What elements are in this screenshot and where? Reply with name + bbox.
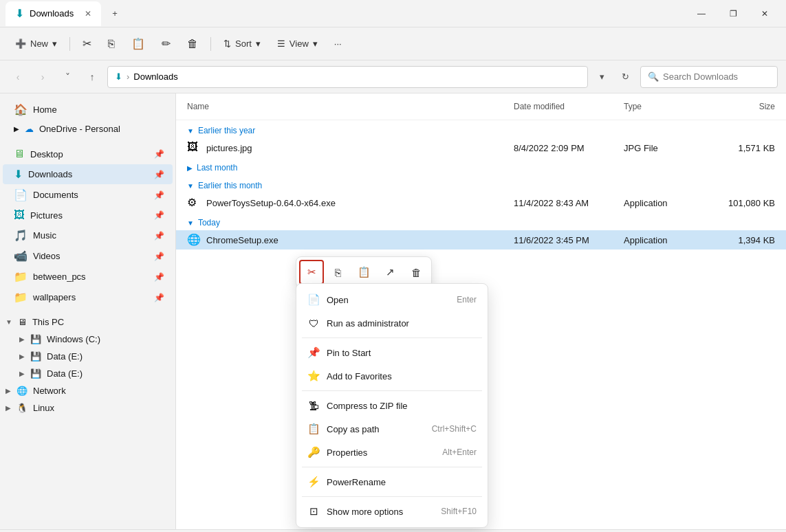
ctx-copy-button[interactable]: ⎘ [325, 260, 350, 285]
exe-file-icon: ⚙ [187, 196, 201, 210]
section-today[interactable]: ▼ Today [176, 212, 786, 230]
col-name-header[interactable]: Name [187, 99, 514, 114]
sidebar-item-data-e2[interactable]: ▶ 💾 Data (E:) [0, 365, 175, 382]
more-button[interactable]: ··· [327, 34, 349, 53]
context-menu: 📄 Open Enter 🛡 Run as administrator 📌 Pi… [296, 283, 488, 528]
ctx-share-button[interactable]: ↗ [378, 260, 402, 285]
table-row[interactable]: ⚙ PowerToysSetup-0.64.0-x64.exe 11/4/202… [176, 193, 786, 212]
file-date-powertoys: 11/4/2022 8:43 AM [514, 198, 624, 208]
section-earlier-year[interactable]: ▼ Earlier this year [176, 120, 786, 138]
sidebar-item-music[interactable]: 🎵 Music 📌 [3, 225, 173, 245]
data-e1-expand-icon: ▶ [19, 353, 25, 360]
sidebar-pictures-label: Pictures [30, 210, 63, 221]
status-bar: 9 items 1 item selected 1.36 MB ☰ ⊞ [0, 529, 786, 532]
sidebar-item-videos[interactable]: 📹 Videos 📌 [3, 246, 173, 266]
up-button[interactable]: ↑ [83, 67, 102, 87]
sidebar-item-data-e1[interactable]: ▶ 💾 Data (E:) [0, 348, 175, 365]
ctx-paste-button[interactable]: 📋 [351, 260, 376, 285]
sidebar-music-label: Music [33, 230, 56, 241]
file-date-pictures: 8/4/2022 2:09 PM [514, 143, 624, 153]
ctx-run-admin[interactable]: 🛡 Run as administrator [296, 311, 488, 335]
sidebar-item-pictures[interactable]: 🖼 Pictures 📌 [3, 206, 173, 225]
ctx-properties[interactable]: 🔑 Properties Alt+Enter [296, 441, 488, 464]
table-row[interactable]: 🖼 pictures.jpg 8/4/2022 2:09 PM JPG File… [176, 138, 786, 157]
downloads-tab-icon: ⬇ [15, 7, 24, 20]
expand-nav-button[interactable]: ˅ [58, 67, 77, 87]
new-button[interactable]: ➕ New ▾ [8, 34, 64, 53]
search-box[interactable]: 🔍 [640, 66, 778, 88]
new-tab-button[interactable]: + [107, 5, 123, 21]
ctx-copy-path-shortcut: Ctrl+Shift+C [432, 424, 477, 434]
sidebar-item-downloads[interactable]: ⬇ Downloads 📌 [3, 164, 173, 184]
ctx-open-label: Open [327, 295, 450, 305]
sidebar-item-onedrive[interactable]: ▶ ☁ OneDrive - Personal [3, 120, 173, 137]
pictures-pin-icon: 📌 [154, 210, 164, 220]
cut-button[interactable]: ✂ [76, 33, 98, 54]
copy-button[interactable]: ⎘ [101, 34, 122, 54]
search-input[interactable] [663, 71, 770, 82]
home-icon: 🏠 [14, 103, 28, 116]
sidebar-item-wallpapers[interactable]: 📁 wallpapers 📌 [3, 287, 173, 307]
ctx-cut-button[interactable]: ✂ [299, 260, 324, 285]
ctx-open[interactable]: 📄 Open Enter [296, 288, 488, 311]
sidebar-item-network[interactable]: ▶ 🌐 Network [0, 382, 175, 399]
address-dropdown-button[interactable]: ▾ [593, 66, 610, 88]
address-path[interactable]: ⬇ › Downloads [107, 66, 588, 88]
sidebar-item-home[interactable]: 🏠 Home [3, 100, 173, 120]
minimize-button[interactable]: — [686, 3, 717, 25]
add-favorites-icon: ⭐ [307, 370, 320, 382]
earlier-month-label: Earlier this month [198, 181, 262, 190]
ctx-properties-label: Properties [327, 447, 435, 458]
ctx-power-rename[interactable]: ⚡ PowerRename [296, 470, 488, 494]
windows-expand-icon: ▶ [19, 335, 25, 343]
sidebar-item-linux[interactable]: ▶ 🐧 Linux [0, 399, 175, 417]
paste-button[interactable]: 📋 [124, 33, 152, 54]
maximize-button[interactable]: ❐ [717, 3, 749, 25]
ctx-add-favorites[interactable]: ⭐ Add to Favorites [296, 364, 488, 388]
table-row-selected[interactable]: 🌐 ChromeSetup.exe 11/6/2022 3:45 PM Appl… [176, 230, 786, 250]
music-icon: 🎵 [14, 229, 28, 242]
col-size-header[interactable]: Size [706, 102, 775, 111]
data-e2-expand-icon: ▶ [19, 370, 25, 377]
sidebar-item-desktop[interactable]: 🖥 Desktop 📌 [3, 144, 173, 164]
new-label: New [30, 38, 48, 49]
between-pcs-pin-icon: 📌 [154, 272, 164, 282]
ctx-delete-button[interactable]: 🗑 [404, 260, 428, 285]
close-button[interactable]: ✕ [749, 3, 780, 25]
file-name-powertoys: PowerToysSetup-0.64.0-x64.exe [206, 198, 514, 208]
sidebar-item-windows-c[interactable]: ▶ 💾 Windows (C:) [0, 331, 175, 348]
paste-icon: 📋 [131, 37, 145, 50]
network-expand-icon: ▶ [6, 387, 11, 395]
section-last-month[interactable]: ▶ Last month [176, 157, 786, 175]
ctx-copy-path[interactable]: 📋 Copy as path Ctrl+Shift+C [296, 417, 488, 441]
sidebar-item-documents[interactable]: 📄 Documents 📌 [3, 185, 173, 205]
tab-downloads[interactable]: ⬇ Downloads ✕ [6, 1, 101, 26]
data-e2-icon: 💾 [30, 368, 41, 379]
sidebar-onedrive-label: OneDrive - Personal [39, 124, 120, 134]
col-type-header[interactable]: Type [624, 102, 706, 111]
section-earlier-month[interactable]: ▼ Earlier this month [176, 175, 786, 193]
ctx-separator-2 [302, 390, 482, 391]
rename-button[interactable]: ✏ [155, 33, 177, 54]
path-separator: › [127, 71, 129, 82]
this-pc-expand-icon: ▼ [6, 318, 12, 326]
ctx-compress-zip[interactable]: 🗜 Compress to ZIP file [296, 394, 488, 417]
tab-title: Downloads [30, 8, 74, 19]
back-button[interactable]: ‹ [8, 67, 28, 87]
col-date-header[interactable]: Date modified [514, 102, 624, 111]
onedrive-expand-icon: ▶ [14, 125, 19, 133]
ctx-pin-start[interactable]: 📌 Pin to Start [296, 341, 488, 364]
downloads-pin-icon: 📌 [154, 170, 164, 179]
delete-button[interactable]: 🗑 [180, 34, 205, 54]
ctx-show-more[interactable]: ⊡ Show more options Shift+F10 [296, 500, 488, 523]
open-icon: 📄 [307, 293, 320, 306]
view-button[interactable]: ☰ View ▾ [270, 34, 325, 53]
sort-button[interactable]: ⇅ Sort ▾ [217, 34, 268, 53]
sidebar-item-between-pcs[interactable]: 📁 between_pcs 📌 [3, 267, 173, 287]
videos-icon: 📹 [14, 250, 28, 263]
pin-start-icon: 📌 [307, 346, 320, 359]
tab-close-button[interactable]: ✕ [85, 9, 91, 19]
refresh-button[interactable]: ↻ [615, 67, 635, 87]
forward-button[interactable]: › [33, 67, 52, 87]
sidebar-item-this-pc[interactable]: ▼ 🖥 This PC [0, 313, 175, 331]
